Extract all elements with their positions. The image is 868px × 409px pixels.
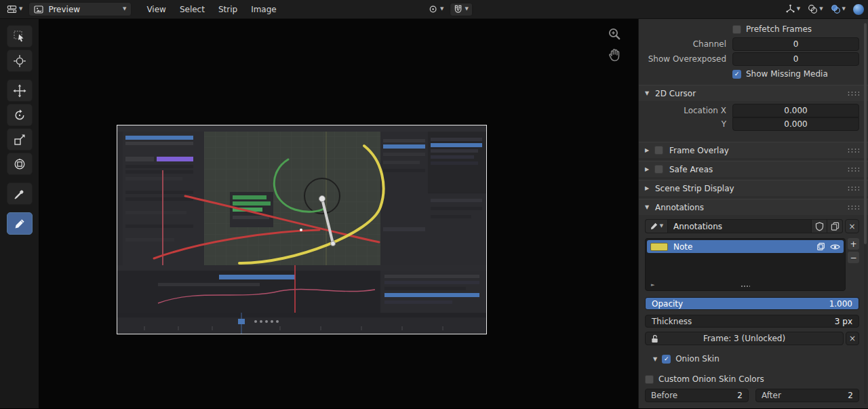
display-channels-icon[interactable] — [853, 4, 864, 15]
show-missing-media-label: Show Missing Media — [746, 69, 828, 79]
layer-row-note[interactable]: Note — [647, 240, 844, 253]
cursor-x-field[interactable]: 0.000 — [732, 104, 859, 117]
menu-strip[interactable]: Strip — [212, 3, 244, 16]
display-mode-dropdown[interactable]: Preview ▼ — [28, 2, 132, 16]
frame-lock-field[interactable]: Frame: 3 (Unlocked) — [645, 332, 844, 345]
pan-hand-icon[interactable] — [608, 47, 622, 62]
opacity-label: Opacity — [652, 299, 683, 309]
checkbox-icon[interactable] — [645, 375, 654, 384]
channel-label: Channel — [644, 39, 732, 49]
new-datablock-button[interactable] — [827, 219, 843, 233]
sidebar: Prefetch Frames Channel 0 Show Overexpos… — [638, 19, 868, 408]
fake-user-button[interactable] — [812, 219, 827, 233]
layer-name[interactable]: Note — [673, 242, 816, 252]
cursor-y-field[interactable]: 0.000 — [732, 117, 859, 131]
panel-header-frame-overlay[interactable]: ▶ Frame Overlay — [639, 142, 868, 158]
tool-transform[interactable] — [7, 153, 33, 175]
eye-visibility-icon[interactable] — [830, 243, 840, 251]
tool-rotate[interactable] — [7, 104, 33, 126]
checkbox-checked-icon[interactable]: ✓ — [732, 70, 741, 79]
thickness-slider[interactable]: Thickness 3 px — [645, 315, 859, 328]
scale-icon — [13, 133, 26, 147]
onion-skin-subpanel-header[interactable]: ▼ ✓ Onion Skin — [653, 354, 859, 364]
pivot-icon — [428, 4, 438, 14]
image-icon — [34, 5, 43, 14]
cursor-x-value: 0.000 — [784, 106, 807, 115]
onion-skin-checkbox[interactable]: ✓ — [662, 355, 671, 364]
frame-overlay-checkbox[interactable] — [654, 146, 663, 155]
tool-move[interactable] — [7, 79, 33, 102]
tool-tweak-select[interactable] — [7, 25, 33, 47]
chevron-down-icon: ▼ — [645, 204, 654, 210]
tool-cursor[interactable] — [7, 50, 33, 72]
unlink-datablock-button[interactable]: × — [845, 219, 859, 233]
menu-image[interactable]: Image — [244, 3, 283, 16]
panel-drag-handle[interactable] — [847, 205, 859, 210]
overlays-dropdown[interactable]: ▼ — [808, 4, 823, 14]
gizmos-dropdown[interactable]: ▼ — [785, 4, 800, 14]
before-value: 2 — [737, 391, 743, 400]
preview-image-canvas — [117, 125, 486, 334]
snap-dropdown[interactable]: ▼ — [465, 7, 469, 12]
list-resize-grip[interactable] — [741, 285, 750, 288]
custom-onion-colors-checkbox[interactable]: Custom Onion Skin Colors — [645, 374, 859, 384]
annotation-datablock-row: ▼ Annotations × — [645, 219, 859, 233]
magnet-snap-icon[interactable] — [454, 5, 463, 14]
tool-annotate[interactable] — [7, 212, 33, 235]
show-overexposed-field[interactable]: 0 — [732, 52, 859, 66]
overlays-toggle-active[interactable]: ▼ — [831, 4, 846, 14]
menu-view[interactable]: View — [140, 3, 172, 16]
layer-color-swatch[interactable] — [650, 243, 668, 251]
chevron-down-icon: ▼ — [797, 7, 800, 12]
tool-sample[interactable] — [7, 182, 33, 205]
move-icon — [13, 84, 26, 98]
shield-icon — [815, 222, 824, 231]
before-field[interactable]: Before 2 — [645, 389, 749, 402]
safe-areas-checkbox[interactable] — [654, 165, 663, 174]
frame-delete-button[interactable]: × — [846, 332, 859, 345]
list-filter-expand[interactable]: ► — [651, 282, 654, 288]
remove-layer-button[interactable]: − — [848, 252, 859, 263]
sidebar-scrollbar[interactable] — [864, 23, 867, 404]
panel-header-safe-areas[interactable]: ▶ Safe Areas — [639, 161, 868, 177]
panel-header-scene-strip-display[interactable]: ▶ Scene Strip Display — [639, 180, 868, 196]
plus-icon: + — [850, 240, 856, 248]
scrollbar-thumb[interactable] — [864, 23, 867, 244]
preview-region[interactable] — [39, 19, 638, 408]
eyedropper-icon — [13, 187, 26, 201]
chevron-down-icon: ▼ — [660, 224, 663, 229]
panel-drag-handle[interactable] — [847, 148, 859, 153]
panel-title: Frame Overlay — [669, 146, 847, 155]
panel-drag-handle[interactable] — [847, 91, 859, 96]
panel-header-annotations[interactable]: ▼ Annotations — [639, 199, 868, 215]
close-icon: × — [849, 334, 856, 343]
cursor-icon — [13, 54, 26, 68]
datablock-browse-button[interactable]: ▼ — [645, 219, 667, 233]
onion-skin-toggle-icon[interactable] — [816, 242, 825, 251]
channel-field[interactable]: 0 — [732, 37, 859, 51]
after-value: 2 — [848, 391, 853, 400]
after-field[interactable]: After 2 — [755, 389, 859, 402]
prefetch-frames-checkbox[interactable]: Prefetch Frames — [732, 24, 812, 34]
opacity-slider[interactable]: Opacity 1.000 — [645, 297, 859, 310]
chevron-right-icon: ▶ — [645, 185, 654, 191]
menu-select[interactable]: Select — [173, 3, 212, 16]
layer-list-box[interactable]: Note ► — [645, 238, 846, 291]
panel-drag-handle[interactable] — [847, 186, 859, 191]
zoom-icon[interactable] — [607, 26, 622, 41]
add-layer-button[interactable]: + — [848, 238, 859, 250]
panel-drag-handle[interactable] — [847, 167, 859, 172]
show-missing-media-checkbox[interactable]: ✓ Show Missing Media — [732, 69, 828, 79]
workspace: Prefetch Frames Channel 0 Show Overexpos… — [0, 19, 868, 408]
panel-title: 2D Cursor — [655, 89, 847, 98]
chevron-down-icon: ▼ — [440, 7, 443, 12]
chevron-down-icon: ▼ — [653, 356, 657, 362]
checkbox-icon[interactable] — [732, 25, 741, 34]
layer-row-icons — [816, 242, 840, 251]
editor-type-button[interactable]: ▼ — [4, 3, 25, 16]
panel-header-2d-cursor[interactable]: ▼ 2D Cursor — [639, 85, 868, 101]
tool-scale[interactable] — [7, 128, 33, 151]
duplicate-icon — [831, 222, 840, 231]
pivot-point-dropdown[interactable]: ▼ — [425, 3, 446, 16]
datablock-name-field[interactable]: Annotations — [667, 219, 812, 233]
